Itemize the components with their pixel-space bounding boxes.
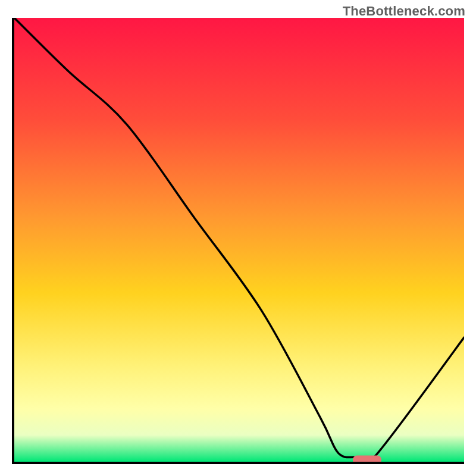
minimum-marker [353, 455, 381, 462]
chart-axes [12, 18, 464, 464]
bottleneck-chart [14, 18, 464, 462]
svg-rect-0 [14, 18, 464, 462]
chart-plot-area [14, 18, 464, 462]
watermark-text: TheBottleneck.com [343, 4, 465, 19]
